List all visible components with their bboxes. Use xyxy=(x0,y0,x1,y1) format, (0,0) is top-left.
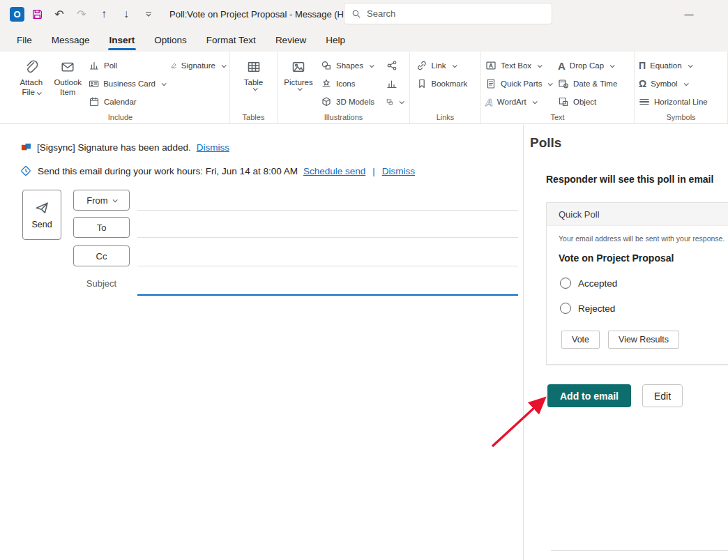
previous-item-icon[interactable]: ↑ xyxy=(94,4,114,24)
poll-card-header: Quick Poll xyxy=(547,203,728,226)
signature-column: Signature xyxy=(168,54,228,76)
chevron-down-icon xyxy=(548,81,553,86)
equation-button[interactable]: Π Equation xyxy=(636,58,724,73)
attach-file-button[interactable]: Attach File xyxy=(13,54,50,98)
signature-dismiss-link[interactable]: Dismiss xyxy=(197,142,229,153)
horizontal-line-icon xyxy=(639,96,650,107)
shapes-button[interactable]: Shapes xyxy=(318,58,384,73)
quick-parts-button[interactable]: Quick Parts xyxy=(483,76,555,91)
add-to-email-button[interactable]: Add to email xyxy=(547,384,631,407)
edit-button[interactable]: Edit xyxy=(642,384,683,407)
chevron-down-icon xyxy=(610,63,615,68)
tab-options[interactable]: Options xyxy=(144,28,197,52)
pictures-button[interactable]: Pictures xyxy=(279,54,318,91)
vote-button[interactable]: Vote xyxy=(561,331,600,349)
group-label-links: Links xyxy=(410,113,480,121)
poll-option-accepted[interactable]: Accepted xyxy=(560,278,728,289)
to-button[interactable]: To xyxy=(73,217,130,238)
ribbon-group-include: Attach File Outlook Item Poll xyxy=(11,52,230,123)
table-button[interactable]: Table xyxy=(235,54,273,91)
save-icon[interactable] xyxy=(27,4,47,24)
shapes-icon xyxy=(321,60,332,71)
subject-field[interactable] xyxy=(137,294,518,296)
icons-button[interactable]: Icons xyxy=(318,76,384,91)
chevron-down-icon xyxy=(452,63,457,68)
search-box[interactable] xyxy=(344,3,552,24)
outlook-item-button[interactable]: Outlook Item xyxy=(50,54,86,98)
search-input[interactable] xyxy=(367,8,545,19)
tab-message[interactable]: Message xyxy=(42,28,100,52)
group-label-tables: Tables xyxy=(230,113,277,121)
date-time-button[interactable]: Date & Time xyxy=(555,76,632,91)
object-button[interactable]: Object xyxy=(555,94,632,109)
view-results-button[interactable]: View Results xyxy=(608,331,679,349)
calendar-button[interactable]: Calendar xyxy=(86,94,168,109)
horizontal-line-button[interactable]: Horizontal Line xyxy=(636,94,724,109)
table-icon xyxy=(247,56,261,77)
customize-quick-access-icon[interactable] xyxy=(139,4,158,24)
schedule-dismiss-link[interactable]: Dismiss xyxy=(382,166,415,176)
titlebar: O ↶ ↷ ↑ ↓ Poll:Vote on Project Proposal … xyxy=(0,0,728,28)
polls-panel-title: Polls xyxy=(530,135,561,151)
bookmark-button[interactable]: Bookmark xyxy=(414,76,478,91)
smartart-button[interactable] xyxy=(384,58,406,73)
tab-file[interactable]: File xyxy=(7,28,42,52)
tab-format-text[interactable]: Format Text xyxy=(197,28,266,52)
poll-actions: Vote View Results xyxy=(561,331,728,349)
links-small-column: Link Bookmark xyxy=(414,54,478,94)
from-field[interactable] xyxy=(137,210,518,211)
link-button[interactable]: Link xyxy=(414,58,478,73)
signature-button[interactable]: Signature xyxy=(168,58,228,73)
chevron-down-icon xyxy=(222,63,227,68)
ribbon: Attach File Outlook Item Poll xyxy=(0,52,728,124)
quick-parts-icon xyxy=(485,78,496,89)
tab-help[interactable]: Help xyxy=(316,28,355,52)
outlook-app-icon[interactable]: O xyxy=(10,7,24,22)
envelope-icon xyxy=(61,56,75,77)
next-item-icon[interactable]: ↓ xyxy=(116,4,136,24)
to-field[interactable] xyxy=(137,237,518,238)
ribbon-group-symbols: Π Equation Ω Symbol Horizontal Line Symb… xyxy=(635,52,728,123)
screenshot-icon xyxy=(386,96,393,107)
drop-cap-icon: A xyxy=(558,60,566,72)
poll-privacy-note: Your email address will be sent with you… xyxy=(559,234,728,243)
from-button[interactable]: From xyxy=(73,190,130,211)
drop-cap-button[interactable]: A Drop Cap xyxy=(555,58,632,73)
signature-added-notice: [Sigsync] Signature has been added. Dism… xyxy=(21,142,229,153)
chevron-down-icon xyxy=(683,81,688,86)
3d-models-button[interactable]: 3D Models xyxy=(318,94,384,109)
smartart-icon xyxy=(386,60,397,71)
symbol-button[interactable]: Ω Symbol xyxy=(636,76,724,91)
date-time-icon xyxy=(558,78,569,89)
cc-field[interactable] xyxy=(137,266,518,266)
undo-icon[interactable]: ↶ xyxy=(50,4,69,24)
send-button[interactable]: Send xyxy=(22,190,61,240)
business-card-button[interactable]: Business Card xyxy=(86,76,168,91)
tab-insert[interactable]: Insert xyxy=(100,28,145,52)
pen-icon xyxy=(171,60,177,71)
include-small-column: Poll Business Card Calendar xyxy=(86,54,168,112)
redo-icon[interactable]: ↷ xyxy=(72,4,91,24)
chart-button[interactable] xyxy=(384,76,406,91)
poll-question: Vote on Project Proposal xyxy=(559,252,728,264)
radio-button[interactable] xyxy=(560,278,571,289)
poll-option-rejected[interactable]: Rejected xyxy=(560,303,728,314)
polls-subtitle: Responder will see this poll in email xyxy=(546,174,713,185)
schedule-send-link[interactable]: Schedule send xyxy=(303,166,365,176)
panel-divider xyxy=(523,125,524,560)
minimize-button[interactable]: — xyxy=(669,0,708,28)
chevron-down-icon xyxy=(252,86,257,91)
text-box-button[interactable]: Text Box xyxy=(483,58,555,73)
chart-icon xyxy=(386,78,397,89)
screenshot-button[interactable] xyxy=(384,94,406,109)
search-icon xyxy=(351,9,361,19)
tab-review[interactable]: Review xyxy=(266,28,316,52)
group-label-include: Include xyxy=(11,113,229,121)
wordart-icon: A xyxy=(485,96,493,108)
radio-button[interactable] xyxy=(560,303,571,314)
picture-icon xyxy=(291,56,305,77)
poll-button[interactable]: Poll xyxy=(86,58,168,73)
wordart-button[interactable]: A WordArt xyxy=(483,94,555,109)
cc-button[interactable]: Cc xyxy=(73,245,130,266)
chevron-down-icon xyxy=(370,63,374,68)
